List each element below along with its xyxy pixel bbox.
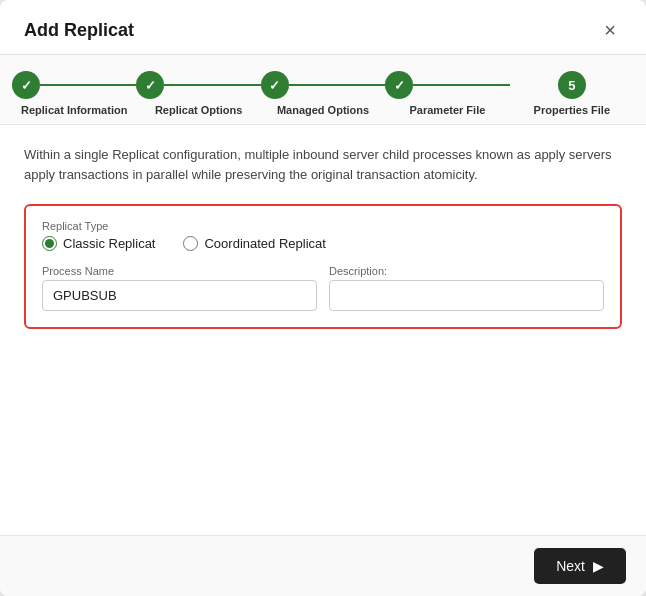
connector-3 xyxy=(289,84,385,86)
description-label: Description: xyxy=(329,265,604,277)
add-replicat-modal: Add Replicat × ✓ Replicat Information ✓ … xyxy=(0,0,646,596)
next-button[interactable]: Next ▶ xyxy=(534,548,626,584)
step-5-circle: 5 xyxy=(558,71,586,99)
step-2-circle: ✓ xyxy=(136,71,164,99)
step-replicat-options: ✓ Replicat Options xyxy=(136,71,260,116)
step-replicat-information: ✓ Replicat Information xyxy=(12,71,136,116)
section-label: Replicat Type xyxy=(42,220,604,232)
step-1-circle: ✓ xyxy=(12,71,40,99)
step-3-label: Managed Options xyxy=(277,104,369,116)
connector-2 xyxy=(164,84,260,86)
info-text: Within a single Replicat configuration, … xyxy=(24,145,622,184)
next-label: Next xyxy=(556,558,585,574)
modal-footer: Next ▶ xyxy=(0,535,646,596)
coordinated-replicat-option[interactable]: Coordinated Replicat xyxy=(183,236,325,251)
step-4-label: Parameter File xyxy=(410,104,486,116)
form-section: Replicat Type Classic Replicat Coordinat… xyxy=(24,204,622,329)
field-row: Process Name Description: xyxy=(42,265,604,311)
modal-body: Within a single Replicat configuration, … xyxy=(0,125,646,535)
radio-group: Classic Replicat Coordinated Replicat xyxy=(42,236,604,251)
connector-1 xyxy=(40,84,136,86)
step-parameter-file: ✓ Parameter File xyxy=(385,71,509,116)
step-3-circle: ✓ xyxy=(261,71,289,99)
classic-replicat-radio[interactable] xyxy=(42,236,57,251)
step-2-label: Replicat Options xyxy=(155,104,242,116)
coordinated-replicat-label: Coordinated Replicat xyxy=(204,236,325,251)
step-managed-options: ✓ Managed Options xyxy=(261,71,385,116)
modal-title: Add Replicat xyxy=(24,20,134,41)
step-4-circle: ✓ xyxy=(385,71,413,99)
connector-4 xyxy=(413,84,509,86)
step-5-label: Properties File xyxy=(534,104,610,116)
step-properties-file: 5 Properties File xyxy=(510,71,634,116)
classic-replicat-option[interactable]: Classic Replicat xyxy=(42,236,155,251)
modal-header: Add Replicat × xyxy=(0,0,646,55)
coordinated-replicat-radio[interactable] xyxy=(183,236,198,251)
step-1-label: Replicat Information xyxy=(21,104,127,116)
stepper: ✓ Replicat Information ✓ Replicat Option… xyxy=(0,55,646,125)
classic-replicat-label: Classic Replicat xyxy=(63,236,155,251)
next-arrow-icon: ▶ xyxy=(593,558,604,574)
close-button[interactable]: × xyxy=(598,18,622,42)
process-name-group: Process Name xyxy=(42,265,317,311)
description-group: Description: xyxy=(329,265,604,311)
process-name-input[interactable] xyxy=(42,280,317,311)
replicat-type-section: Replicat Type Classic Replicat Coordinat… xyxy=(42,220,604,251)
process-name-label: Process Name xyxy=(42,265,317,277)
description-input[interactable] xyxy=(329,280,604,311)
